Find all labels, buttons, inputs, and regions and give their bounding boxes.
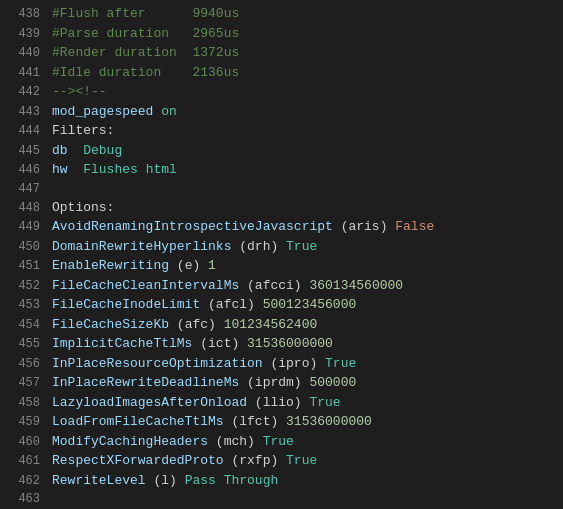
token: True	[263, 434, 294, 449]
line-number: 458	[8, 394, 40, 412]
token: True	[286, 453, 317, 468]
line: 459LoadFromFileCacheTtlMs (lfct) 3153600…	[0, 412, 563, 432]
line-content: RespectXForwardedProto (rxfp) True	[52, 451, 555, 471]
token: (llio)	[255, 395, 310, 410]
line-number: 462	[8, 472, 40, 490]
line-content: InPlaceRewriteDeadlineMs (iprdm) 500000	[52, 373, 555, 393]
line: 460ModifyCachingHeaders (mch) True	[0, 432, 563, 452]
line: 442--><!--	[0, 82, 563, 102]
line-number: 461	[8, 452, 40, 470]
token: (iprdm)	[247, 375, 309, 390]
token: 360134560000	[309, 278, 403, 293]
line-number: 451	[8, 257, 40, 275]
line: 456InPlaceResourceOptimization (ipro) Tr…	[0, 354, 563, 374]
line-content: Filters:	[52, 121, 555, 141]
code-block: 438#Flush after 9940us439#Parse duration…	[0, 0, 563, 509]
line-content: EnableRewriting (e) 1	[52, 256, 555, 276]
line-number: 450	[8, 238, 40, 256]
line: 461RespectXForwardedProto (rxfp) True	[0, 451, 563, 471]
line-number: 445	[8, 142, 40, 160]
line-content: #Parse duration 2965us	[52, 24, 555, 44]
line: 462RewriteLevel (l) Pass Through	[0, 471, 563, 491]
token: RespectXForwardedProto	[52, 453, 231, 468]
line-content: AvoidRenamingIntrospectiveJavascript (ar…	[52, 217, 555, 237]
token: hw	[52, 162, 83, 177]
line: 448Options:	[0, 198, 563, 218]
line: 452FileCacheCleanIntervalMs (afcci) 3601…	[0, 276, 563, 296]
line-number: 441	[8, 64, 40, 82]
line: 450DomainRewriteHyperlinks (drh) True	[0, 237, 563, 257]
token: <!--	[75, 84, 106, 99]
token: Pass Through	[185, 473, 279, 488]
token: (rxfp)	[231, 453, 286, 468]
token: (mch)	[216, 434, 263, 449]
line: 441#Idle duration 2136us	[0, 63, 563, 83]
token: InPlaceResourceOptimization	[52, 356, 270, 371]
line-content: --><!--	[52, 82, 555, 102]
line-number: 447	[8, 180, 40, 198]
line-number: 439	[8, 25, 40, 43]
token: on	[161, 104, 177, 119]
line: 453FileCacheInodeLimit (afcl) 5001234560…	[0, 295, 563, 315]
token: Flushes html	[83, 162, 177, 177]
token: db	[52, 143, 83, 158]
token: EnableRewriting	[52, 258, 177, 273]
token: (afc)	[177, 317, 224, 332]
line: 440#Render duration 1372us	[0, 43, 563, 63]
token: True	[286, 239, 317, 254]
line-number: 463	[8, 490, 40, 508]
token: ModifyCachingHeaders	[52, 434, 216, 449]
line: 445db Debug	[0, 141, 563, 161]
line-content: #Idle duration 2136us	[52, 63, 555, 83]
token: True	[309, 395, 340, 410]
line-content: FileCacheInodeLimit (afcl) 500123456000	[52, 295, 555, 315]
line-content: FileCacheCleanIntervalMs (afcci) 3601345…	[52, 276, 555, 296]
token: 500123456000	[263, 297, 357, 312]
line-content: LazyloadImagesAfterOnload (llio) True	[52, 393, 555, 413]
line-number: 455	[8, 335, 40, 353]
line: 439#Parse duration 2965us	[0, 24, 563, 44]
line-number: 448	[8, 199, 40, 217]
token: Debug	[83, 143, 122, 158]
line-content: mod_pagespeed on	[52, 102, 555, 122]
line-content: ImplicitCacheTtlMs (ict) 31536000000	[52, 334, 555, 354]
line: 457InPlaceRewriteDeadlineMs (iprdm) 5000…	[0, 373, 563, 393]
line-number: 444	[8, 122, 40, 140]
token: 500000	[309, 375, 356, 390]
line: 438#Flush after 9940us	[0, 4, 563, 24]
line: 449AvoidRenamingIntrospectiveJavascript …	[0, 217, 563, 237]
line-number: 459	[8, 413, 40, 431]
line-number: 460	[8, 433, 40, 451]
token: True	[325, 356, 356, 371]
token: (lfct)	[231, 414, 286, 429]
token: (ict)	[200, 336, 247, 351]
line-number: 440	[8, 44, 40, 62]
line-number: 452	[8, 277, 40, 295]
line-number: 438	[8, 5, 40, 23]
token: LoadFromFileCacheTtlMs	[52, 414, 231, 429]
token: InPlaceRewriteDeadlineMs	[52, 375, 247, 390]
token: 1	[208, 258, 216, 273]
token: (aris)	[341, 219, 396, 234]
token: (drh)	[239, 239, 286, 254]
line-content: #Flush after 9940us	[52, 4, 555, 24]
token: FileCacheCleanIntervalMs	[52, 278, 247, 293]
line-content: FileCacheSizeKb (afc) 101234562400	[52, 315, 555, 335]
line-content: Options:	[52, 198, 555, 218]
line-content: InPlaceResourceOptimization (ipro) True	[52, 354, 555, 374]
line-number: 449	[8, 218, 40, 236]
token: mod_pagespeed	[52, 104, 161, 119]
line-content: hw Flushes html	[52, 160, 555, 180]
line-number: 446	[8, 161, 40, 179]
token: 31536000000	[286, 414, 372, 429]
token: 101234562400	[224, 317, 318, 332]
token: -->	[52, 84, 75, 99]
line-number: 454	[8, 316, 40, 334]
line-number: 442	[8, 83, 40, 101]
line: 463	[0, 490, 563, 508]
token: DomainRewriteHyperlinks	[52, 239, 239, 254]
token: (afcci)	[247, 278, 309, 293]
line: 454FileCacheSizeKb (afc) 101234562400	[0, 315, 563, 335]
token: LazyloadImagesAfterOnload	[52, 395, 255, 410]
line-content: LoadFromFileCacheTtlMs (lfct) 3153600000…	[52, 412, 555, 432]
